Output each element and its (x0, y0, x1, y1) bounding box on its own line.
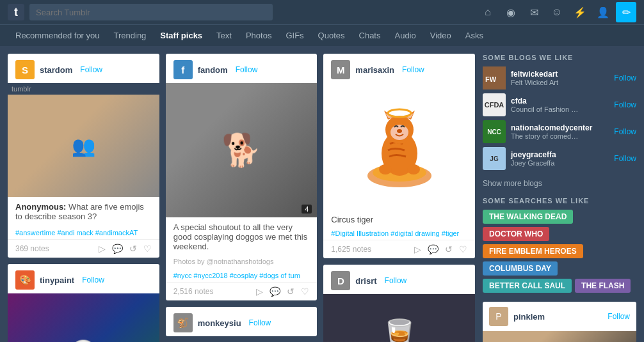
comment-icon[interactable]: 💬 (112, 244, 123, 254)
follow-marisaxin[interactable]: Follow (402, 65, 424, 74)
image-count-label: 4 (302, 205, 312, 214)
username-stardom[interactable]: stardom (40, 65, 72, 75)
follow-tinypaint[interactable]: Follow (82, 276, 104, 284)
search-tag-columbus-day[interactable]: COLUMBUS DAY (483, 261, 558, 276)
feed: S stardom Follow tumblr 👥 Anonymous: Wha… (8, 54, 475, 342)
home-icon[interactable]: ⌂ (478, 2, 498, 22)
subnav-quotes[interactable]: Quotes (312, 27, 351, 44)
card-fandom: f fandom Follow 🐕 4 A special shoutout t… (166, 54, 318, 300)
card-text-stardom: Anonymous: What are five emojis to descr… (8, 197, 159, 226)
sidebar: SOME BLOGS WE LIKE FW feltwickedart Felt… (483, 54, 636, 342)
card-source-fandom: Photos by @notnathanshotdogs (166, 256, 318, 269)
feed-col-1: S stardom Follow tumblr 👥 Anonymous: Wha… (8, 54, 159, 342)
follow-fandom[interactable]: Follow (236, 65, 258, 74)
notes-stardom: 369 notes (15, 244, 91, 253)
blog-info-ncc: nationalcomedycenter The story of comedy… (511, 123, 609, 140)
card-tags-fandom[interactable]: #nycc #nycc2018 #cosplay #dogs of tum (166, 269, 318, 282)
comment-icon-2[interactable]: 💬 (270, 286, 280, 297)
subnav-video[interactable]: Video (424, 27, 458, 44)
card-actions-marisaxin: ▷ 💬 ↺ ♡ (414, 244, 467, 254)
user-icon[interactable]: 👤 (593, 2, 613, 22)
avatar-marisaxin: M (331, 60, 350, 79)
follow-monkeysiu[interactable]: Follow (249, 318, 271, 327)
search-tag-walking-dead[interactable]: THE WALKING DEAD (483, 210, 573, 224)
tumblr-logo[interactable]: t (8, 4, 24, 20)
card-subtitle-tiger: Circus tiger (323, 211, 475, 227)
comment-icon-3[interactable]: 💬 (428, 244, 439, 254)
nav-icons: ⌂ ◉ ✉ ☺ ⚡ 👤 ✏ (478, 2, 636, 22)
show-more-blogs[interactable]: Show more blogs (483, 179, 636, 188)
card-stardom: S stardom Follow tumblr 👥 Anonymous: Wha… (8, 54, 159, 258)
card-actions-stardom: ▷ 💬 ↺ ♡ (99, 244, 152, 254)
blog-follow-cfda[interactable]: Follow (614, 100, 636, 109)
search-tags-container: THE WALKING DEAD DOCTOR WHO FIRE EMBLEM … (483, 210, 636, 293)
blog-name-felt[interactable]: feltwickedart (511, 70, 609, 79)
blog-follow-felt[interactable]: Follow (614, 74, 636, 82)
share-icon-2[interactable]: ▷ (256, 286, 263, 297)
card-monkeysiu: 🐒 monkeysiu Follow (166, 307, 318, 336)
username-fandom[interactable]: fandom (198, 65, 228, 75)
mail-icon[interactable]: ✉ (524, 2, 544, 22)
reblog-icon-2[interactable]: ↺ (287, 286, 294, 297)
card-text-fandom: A special shoutout to all the very good … (166, 217, 318, 256)
like-icon-2[interactable]: ♡ (301, 286, 309, 297)
subnav-trending[interactable]: Trending (108, 27, 153, 44)
avatar-drisrt: D (331, 271, 350, 290)
blog-name-jgf[interactable]: joeygraceffa (511, 150, 609, 159)
person-icon[interactable]: ☺ (547, 2, 567, 22)
sidebar-blog-name-pinklem[interactable]: pinklem (513, 312, 602, 322)
card-footer-stardom: 369 notes ▷ 💬 ↺ ♡ (8, 239, 159, 258)
subnav-asks[interactable]: Asks (459, 27, 490, 44)
blog-name-cfda[interactable]: cfda (511, 97, 609, 105)
username-drisrt[interactable]: drisrt (355, 276, 376, 286)
share-icon-3[interactable]: ▷ (414, 244, 421, 254)
sidebar-blog-card-pinklem: P pinklem Follow 👨‍👦 (483, 302, 636, 342)
like-icon[interactable]: ♡ (143, 244, 152, 254)
card-image-people: 👥 (8, 95, 159, 197)
avatar-fandom: f (173, 60, 193, 79)
card-header-stardom: S stardom Follow (8, 54, 159, 83)
subnav-gifs[interactable]: GIFs (279, 27, 310, 44)
search-tag-better-call-saul[interactable]: BETTER CALL SAUL (483, 279, 572, 293)
card-tags-marisaxin[interactable]: #Digital Illustration #digital drawing #… (323, 227, 475, 240)
reblog-icon-3[interactable]: ↺ (445, 244, 453, 254)
lightning-icon[interactable]: ⚡ (570, 2, 590, 22)
edit-icon[interactable]: ✏ (616, 2, 636, 22)
card-header-fandom: f fandom Follow (166, 54, 318, 83)
username-monkeysiu[interactable]: monkeysiu (198, 318, 241, 328)
search-tag-doctor-who[interactable]: DOCTOR WHO (483, 227, 549, 241)
username-marisaxin[interactable]: marisaxin (355, 65, 394, 75)
follow-drisrt[interactable]: Follow (385, 276, 407, 285)
subnav-staff-picks[interactable]: Staff picks (154, 27, 209, 44)
sidebar-blog-image-pinklem: 👨‍👦 (483, 331, 636, 342)
blog-item-cfda: CFDA cfda Council of Fashion Designers .… (483, 93, 636, 116)
notes-fandom: 2,516 notes (173, 287, 249, 296)
compass-icon[interactable]: ◉ (501, 2, 521, 22)
blog-follow-jgf[interactable]: Follow (614, 154, 636, 163)
subnav-recommended[interactable]: Recommended for you (9, 27, 106, 44)
search-tag-fire-emblem[interactable]: FIRE EMBLEM HEROES (483, 244, 583, 258)
card-tags-stardom[interactable]: #answertime #andi mack #andimackAT (8, 226, 159, 239)
blog-name-ncc[interactable]: nationalcomedycenter (511, 123, 609, 132)
feed-col-3: M marisaxin Follow (323, 54, 475, 342)
subnav-text[interactable]: Text (210, 27, 238, 44)
share-icon[interactable]: ▷ (99, 244, 106, 254)
blog-desc-ncc: The story of comedy lives here (511, 132, 581, 140)
card-image-fandom: 🐕 (166, 83, 318, 217)
like-icon-3[interactable]: ♡ (459, 244, 467, 254)
subnav-chats[interactable]: Chats (353, 27, 387, 44)
subnav-audio[interactable]: Audio (388, 27, 422, 44)
search-input[interactable] (29, 4, 273, 20)
card-tinypaint: 🎨 tinypaint Follow 🧝 (8, 264, 159, 342)
blog-avatar-felt: FW (483, 66, 506, 89)
sidebar-blog-follow-pinklem[interactable]: Follow (608, 312, 630, 321)
svg-point-11 (379, 164, 392, 175)
search-tag-the-flash[interactable]: THE FLASH (575, 279, 631, 293)
blog-item-ncc: NCC nationalcomedycenter The story of co… (483, 120, 636, 143)
blog-follow-ncc[interactable]: Follow (614, 127, 636, 136)
follow-stardom[interactable]: Follow (80, 65, 102, 74)
username-tinypaint[interactable]: tinypaint (40, 276, 74, 285)
reblog-icon[interactable]: ↺ (129, 244, 137, 254)
subnav-photos[interactable]: Photos (239, 27, 278, 44)
searches-section-title: SOME SEARCHES WE LIKE (483, 197, 636, 205)
